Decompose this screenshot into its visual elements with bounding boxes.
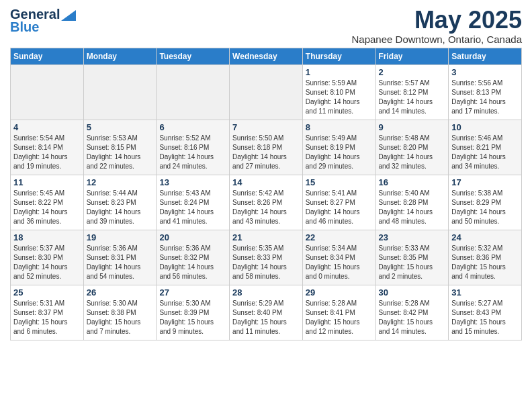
calendar-cell: 19Sunrise: 5:36 AM Sunset: 8:31 PM Dayli… bbox=[83, 230, 157, 285]
day-number: 4 bbox=[13, 122, 81, 132]
calendar-cell: 6Sunrise: 5:52 AM Sunset: 8:16 PM Daylig… bbox=[157, 120, 230, 175]
cell-content: Sunrise: 5:43 AM Sunset: 8:24 PM Dayligh… bbox=[159, 189, 226, 226]
cell-content: Sunrise: 5:34 AM Sunset: 8:34 PM Dayligh… bbox=[306, 244, 373, 281]
calendar-cell: 24Sunrise: 5:32 AM Sunset: 8:36 PM Dayli… bbox=[449, 230, 522, 285]
day-number: 1 bbox=[306, 67, 373, 77]
day-number: 20 bbox=[159, 232, 226, 242]
cell-content: Sunrise: 5:36 AM Sunset: 8:31 PM Dayligh… bbox=[87, 244, 154, 281]
day-number: 31 bbox=[451, 287, 519, 298]
page-container: General Blue May 2025 Napanee Downtown, … bbox=[0, 0, 532, 346]
calendar-cell: 31Sunrise: 5:27 AM Sunset: 8:43 PM Dayli… bbox=[449, 285, 522, 340]
cell-content: Sunrise: 5:38 AM Sunset: 8:29 PM Dayligh… bbox=[451, 189, 519, 226]
calendar-cell: 18Sunrise: 5:37 AM Sunset: 8:30 PM Dayli… bbox=[11, 230, 84, 285]
day-number: 10 bbox=[451, 122, 519, 132]
day-number: 29 bbox=[306, 287, 373, 298]
column-header-thursday: Thursday bbox=[302, 48, 375, 64]
calendar-cell: 26Sunrise: 5:30 AM Sunset: 8:38 PM Dayli… bbox=[83, 285, 157, 340]
calendar-cell: 10Sunrise: 5:46 AM Sunset: 8:21 PM Dayli… bbox=[449, 120, 522, 175]
cell-content: Sunrise: 5:30 AM Sunset: 8:38 PM Dayligh… bbox=[87, 299, 154, 336]
cell-content: Sunrise: 5:56 AM Sunset: 8:13 PM Dayligh… bbox=[451, 79, 519, 116]
cell-content: Sunrise: 5:57 AM Sunset: 8:12 PM Dayligh… bbox=[379, 79, 446, 116]
cell-content: Sunrise: 5:54 AM Sunset: 8:14 PM Dayligh… bbox=[13, 134, 81, 171]
title-section: May 2025 Napanee Downtown, Ontario, Cana… bbox=[352, 7, 523, 45]
calendar-cell: 9Sunrise: 5:48 AM Sunset: 8:20 PM Daylig… bbox=[375, 120, 449, 175]
cell-content: Sunrise: 5:53 AM Sunset: 8:15 PM Dayligh… bbox=[87, 134, 154, 171]
day-number: 3 bbox=[451, 67, 519, 77]
day-number: 15 bbox=[306, 177, 373, 187]
column-header-tuesday: Tuesday bbox=[157, 48, 230, 64]
day-number: 25 bbox=[13, 287, 81, 298]
calendar-cell: 15Sunrise: 5:41 AM Sunset: 8:27 PM Dayli… bbox=[302, 175, 375, 230]
calendar-cell bbox=[11, 64, 84, 120]
cell-content: Sunrise: 5:50 AM Sunset: 8:18 PM Dayligh… bbox=[232, 134, 300, 171]
svg-marker-0 bbox=[61, 10, 76, 21]
calendar-week-2: 4Sunrise: 5:54 AM Sunset: 8:14 PM Daylig… bbox=[11, 120, 522, 175]
cell-content: Sunrise: 5:27 AM Sunset: 8:43 PM Dayligh… bbox=[451, 299, 519, 336]
day-number: 23 bbox=[379, 232, 446, 242]
logo-blue: Blue bbox=[10, 19, 39, 35]
calendar-cell: 30Sunrise: 5:28 AM Sunset: 8:42 PM Dayli… bbox=[375, 285, 449, 340]
calendar-cell: 29Sunrise: 5:28 AM Sunset: 8:41 PM Dayli… bbox=[302, 285, 375, 340]
cell-content: Sunrise: 5:33 AM Sunset: 8:35 PM Dayligh… bbox=[379, 244, 446, 281]
cell-content: Sunrise: 5:49 AM Sunset: 8:19 PM Dayligh… bbox=[306, 134, 373, 171]
cell-content: Sunrise: 5:36 AM Sunset: 8:32 PM Dayligh… bbox=[159, 244, 226, 281]
day-number: 14 bbox=[232, 177, 300, 187]
cell-content: Sunrise: 5:52 AM Sunset: 8:16 PM Dayligh… bbox=[159, 134, 226, 171]
calendar-cell: 17Sunrise: 5:38 AM Sunset: 8:29 PM Dayli… bbox=[449, 175, 522, 230]
column-header-saturday: Saturday bbox=[449, 48, 522, 64]
calendar-cell: 1Sunrise: 5:59 AM Sunset: 8:10 PM Daylig… bbox=[302, 64, 375, 120]
calendar-cell: 8Sunrise: 5:49 AM Sunset: 8:19 PM Daylig… bbox=[302, 120, 375, 175]
calendar-cell: 2Sunrise: 5:57 AM Sunset: 8:12 PM Daylig… bbox=[375, 64, 449, 120]
day-number: 5 bbox=[87, 122, 154, 132]
logo-icon bbox=[61, 10, 76, 21]
calendar-cell bbox=[83, 64, 157, 120]
day-number: 16 bbox=[379, 177, 446, 187]
column-header-sunday: Sunday bbox=[11, 48, 84, 64]
day-number: 30 bbox=[379, 287, 446, 298]
calendar-header-row: SundayMondayTuesdayWednesdayThursdayFrid… bbox=[11, 48, 522, 64]
subtitle: Napanee Downtown, Ontario, Canada bbox=[352, 34, 523, 45]
cell-content: Sunrise: 5:29 AM Sunset: 8:40 PM Dayligh… bbox=[232, 299, 300, 336]
day-number: 7 bbox=[232, 122, 300, 132]
day-number: 11 bbox=[13, 177, 81, 187]
day-number: 2 bbox=[379, 67, 446, 77]
cell-content: Sunrise: 5:59 AM Sunset: 8:10 PM Dayligh… bbox=[306, 79, 373, 116]
day-number: 18 bbox=[13, 232, 81, 242]
day-number: 6 bbox=[159, 122, 226, 132]
day-number: 27 bbox=[159, 287, 226, 298]
day-number: 26 bbox=[87, 287, 154, 298]
cell-content: Sunrise: 5:28 AM Sunset: 8:41 PM Dayligh… bbox=[306, 299, 373, 336]
calendar-week-4: 18Sunrise: 5:37 AM Sunset: 8:30 PM Dayli… bbox=[11, 230, 522, 285]
day-number: 13 bbox=[159, 177, 226, 187]
cell-content: Sunrise: 5:37 AM Sunset: 8:30 PM Dayligh… bbox=[13, 244, 81, 281]
calendar-cell: 20Sunrise: 5:36 AM Sunset: 8:32 PM Dayli… bbox=[157, 230, 230, 285]
calendar-cell: 25Sunrise: 5:31 AM Sunset: 8:37 PM Dayli… bbox=[11, 285, 84, 340]
calendar-table: SundayMondayTuesdayWednesdayThursdayFrid… bbox=[10, 48, 522, 340]
day-number: 28 bbox=[232, 287, 300, 298]
day-number: 22 bbox=[306, 232, 373, 242]
calendar-cell: 13Sunrise: 5:43 AM Sunset: 8:24 PM Dayli… bbox=[157, 175, 230, 230]
calendar-cell bbox=[230, 64, 303, 120]
calendar-cell: 16Sunrise: 5:40 AM Sunset: 8:28 PM Dayli… bbox=[375, 175, 449, 230]
logo: General Blue bbox=[10, 7, 76, 35]
day-number: 21 bbox=[232, 232, 300, 242]
calendar-cell: 7Sunrise: 5:50 AM Sunset: 8:18 PM Daylig… bbox=[230, 120, 303, 175]
calendar-cell: 28Sunrise: 5:29 AM Sunset: 8:40 PM Dayli… bbox=[230, 285, 303, 340]
cell-content: Sunrise: 5:42 AM Sunset: 8:26 PM Dayligh… bbox=[232, 189, 300, 226]
calendar-cell: 5Sunrise: 5:53 AM Sunset: 8:15 PM Daylig… bbox=[83, 120, 157, 175]
calendar-cell: 12Sunrise: 5:44 AM Sunset: 8:23 PM Dayli… bbox=[83, 175, 157, 230]
column-header-friday: Friday bbox=[375, 48, 449, 64]
cell-content: Sunrise: 5:30 AM Sunset: 8:39 PM Dayligh… bbox=[159, 299, 226, 336]
cell-content: Sunrise: 5:28 AM Sunset: 8:42 PM Dayligh… bbox=[379, 299, 446, 336]
cell-content: Sunrise: 5:46 AM Sunset: 8:21 PM Dayligh… bbox=[451, 134, 519, 171]
column-header-monday: Monday bbox=[83, 48, 157, 64]
calendar-cell: 22Sunrise: 5:34 AM Sunset: 8:34 PM Dayli… bbox=[302, 230, 375, 285]
cell-content: Sunrise: 5:48 AM Sunset: 8:20 PM Dayligh… bbox=[379, 134, 446, 171]
day-number: 24 bbox=[451, 232, 519, 242]
calendar-cell: 11Sunrise: 5:45 AM Sunset: 8:22 PM Dayli… bbox=[11, 175, 84, 230]
cell-content: Sunrise: 5:40 AM Sunset: 8:28 PM Dayligh… bbox=[379, 189, 446, 226]
calendar-cell: 3Sunrise: 5:56 AM Sunset: 8:13 PM Daylig… bbox=[449, 64, 522, 120]
day-number: 9 bbox=[379, 122, 446, 132]
calendar-week-5: 25Sunrise: 5:31 AM Sunset: 8:37 PM Dayli… bbox=[11, 285, 522, 340]
calendar-cell: 27Sunrise: 5:30 AM Sunset: 8:39 PM Dayli… bbox=[157, 285, 230, 340]
